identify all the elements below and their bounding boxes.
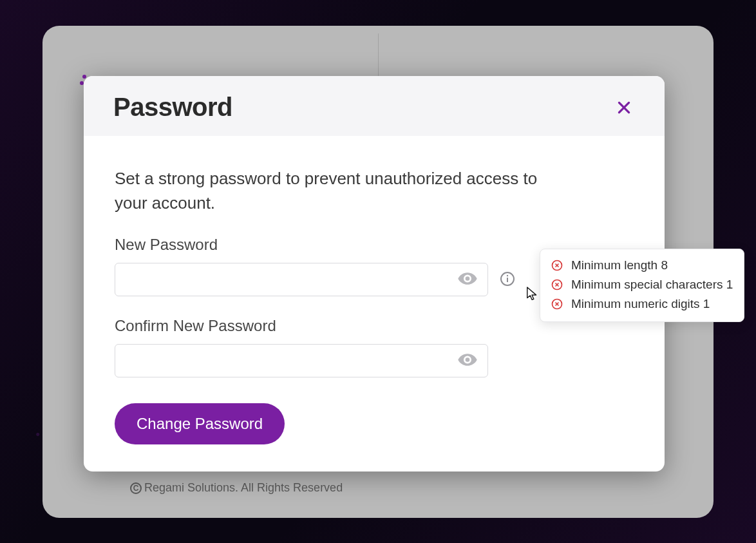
change-password-button[interactable]: Change Password — [115, 403, 285, 444]
modal-header: Password — [84, 76, 665, 136]
confirm-password-input[interactable] — [115, 344, 488, 377]
x-circle-icon — [551, 278, 563, 291]
requirement-text: Minimum numeric digits 1 — [571, 297, 710, 311]
footer: C Regami Solutions. All Rights Reserved — [130, 481, 343, 495]
requirement-item: Minimum numeric digits 1 — [551, 294, 733, 314]
toggle-new-password-visibility[interactable] — [455, 266, 480, 294]
toggle-confirm-password-visibility[interactable] — [455, 347, 480, 375]
password-requirements-tooltip: Minimum length 8 Minimum special charact… — [540, 249, 744, 322]
requirement-item: Minimum length 8 — [551, 256, 733, 275]
password-info-button[interactable] — [498, 270, 516, 290]
confirm-password-row — [115, 344, 634, 377]
requirement-text: Minimum length 8 — [571, 258, 668, 272]
svg-point-4 — [507, 275, 508, 276]
footer-text: Regami Solutions. All Rights Reserved — [144, 481, 343, 495]
requirement-item: Minimum special characters 1 — [551, 275, 733, 294]
modal-title: Password — [113, 93, 232, 122]
close-icon — [616, 99, 632, 116]
eye-icon — [457, 350, 478, 370]
modal-description: Set a strong password to prevent unautho… — [115, 167, 565, 215]
info-icon — [500, 271, 515, 287]
new-password-input[interactable] — [115, 263, 488, 296]
eye-icon — [457, 269, 478, 289]
copyright-icon: C — [130, 482, 142, 494]
close-button[interactable] — [613, 97, 635, 119]
x-circle-icon — [551, 259, 563, 272]
x-circle-icon — [551, 298, 563, 310]
requirement-text: Minimum special characters 1 — [571, 278, 733, 292]
